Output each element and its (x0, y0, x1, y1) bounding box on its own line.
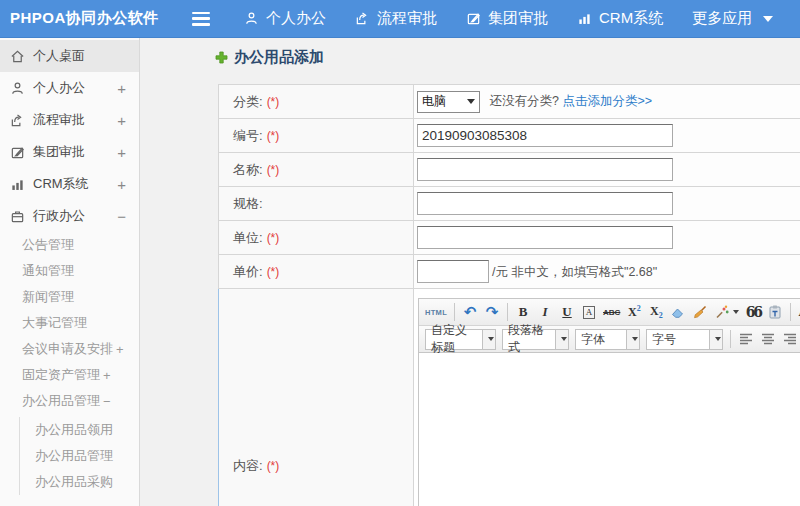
dropdown-caret-icon (561, 337, 567, 341)
sidebar-item-announcement-mgmt[interactable]: 公告管理 (0, 232, 139, 258)
required-mark: (*) (267, 129, 280, 143)
price-format-hint: /元 非中文，如填写格式"2.68" (492, 265, 657, 279)
sidebar-item-personal-office[interactable]: 个人办公 + (0, 72, 139, 104)
sidebar-item-personal-desktop[interactable]: 个人桌面 (0, 40, 139, 72)
align-left-icon (738, 332, 754, 346)
field-label: 分类: (233, 94, 263, 109)
field-label: 单位: (233, 230, 263, 245)
subscript-button[interactable]: X2 (646, 302, 666, 323)
sidebar-item-supplies-manage[interactable]: 办公用品管理 (35, 443, 139, 469)
strikethrough-button[interactable]: ABC (601, 302, 622, 323)
form-row-code: 编号:(*) (219, 119, 800, 153)
font-family-select[interactable]: 字体 (575, 329, 640, 350)
sidebar-item-fixed-assets-mgmt[interactable]: 固定资产管理+ (0, 362, 139, 388)
user-icon (10, 81, 25, 96)
user-icon (244, 11, 259, 26)
eraser-button[interactable] (668, 302, 688, 323)
expand-icon: + (103, 368, 111, 383)
form-row-content: 内容:(*) HTML ↶ ↷ B I U A ABC X2 (219, 289, 800, 506)
field-label: 名称: (233, 162, 263, 177)
sidebar-item-notice-mgmt[interactable]: 通知管理 (0, 258, 139, 284)
main-content: 办公用品添加 分类:(*) 电脑 还没有分类? 点击添加分类>> 编号:(*) … (140, 38, 800, 506)
nav-workflow-approval[interactable]: 流程审批 (355, 9, 437, 28)
flow-icon (355, 11, 370, 26)
align-center-icon (760, 332, 776, 346)
html-source-button[interactable]: HTML (423, 302, 449, 323)
field-label: 单价: (233, 264, 263, 279)
bar-chart-icon (10, 177, 25, 192)
expand-icon: + (117, 176, 126, 193)
unit-input[interactable] (417, 226, 673, 249)
dropdown-caret-icon (488, 337, 494, 341)
align-left-button[interactable] (736, 329, 756, 350)
custom-heading-select[interactable]: 自定义标题 (425, 329, 496, 350)
required-mark: (*) (267, 163, 280, 177)
expand-icon: + (116, 342, 124, 357)
sidebar-item-supplies-purchase[interactable]: 办公用品采购 (35, 469, 139, 495)
select-arrow-icon (467, 99, 475, 104)
blockquote-button[interactable]: 66 (743, 302, 763, 323)
auto-typeset-button[interactable] (712, 302, 741, 323)
form-row-price: 单价:(*) /元 非中文，如填写格式"2.68" (219, 255, 800, 289)
sidebar-item-memorabilia-mgmt[interactable]: 大事记管理 (0, 310, 139, 336)
format-brush-button[interactable] (690, 302, 710, 323)
menu-toggle-icon[interactable] (192, 12, 210, 26)
expand-icon: + (117, 80, 126, 97)
sidebar-item-crm-system[interactable]: CRM系统 + (0, 168, 139, 200)
collapse-icon: − (117, 208, 126, 225)
italic-button[interactable]: I (535, 302, 555, 323)
field-label: 内容: (233, 458, 263, 473)
dropdown-caret-icon (733, 310, 739, 314)
collapse-icon: − (103, 394, 111, 409)
sidebar-item-admin-office[interactable]: 行政办公 − (0, 200, 139, 232)
sidebar-item-supplies-requisition[interactable]: 办公用品领用 (35, 417, 139, 443)
align-right-button[interactable] (780, 329, 800, 350)
add-icon (215, 51, 228, 64)
name-input[interactable] (417, 158, 673, 181)
font-color-button[interactable]: A (796, 302, 800, 323)
undo-button[interactable]: ↶ (460, 302, 480, 323)
undo-icon: ↶ (464, 303, 477, 321)
nav-group-approval[interactable]: 集团审批 (466, 9, 548, 28)
underline-button[interactable]: U (557, 302, 577, 323)
dropdown-caret-icon (715, 337, 721, 341)
form-row-category: 分类:(*) 电脑 还没有分类? 点击添加分类>> (219, 85, 800, 119)
bold-button[interactable]: B (513, 302, 533, 323)
font-size-select[interactable]: 字号 (646, 329, 723, 350)
top-navigation-bar: PHPOA协同办公软件 个人办公 流程审批 集团审批 CRM系统 更多应用 (0, 0, 800, 38)
redo-button[interactable]: ↷ (482, 302, 502, 323)
spec-input[interactable] (417, 192, 673, 215)
flow-icon (10, 113, 25, 128)
edit-icon (466, 11, 481, 26)
dropdown-caret-icon (632, 337, 638, 341)
briefcase-icon (10, 209, 25, 224)
boxed-a-button[interactable]: A (579, 302, 599, 323)
bar-chart-icon (577, 11, 592, 26)
sidebar-item-meeting-request[interactable]: 会议申请及安排+ (0, 336, 139, 362)
eraser-icon (670, 304, 686, 320)
sidebar-item-group-approval[interactable]: 集团审批 + (0, 136, 139, 168)
paste-text-button[interactable] (765, 302, 785, 323)
magic-wand-icon (714, 304, 730, 320)
editor-content-area[interactable] (419, 353, 800, 506)
sidebar-item-office-supplies-mgmt[interactable]: 办公用品管理− (0, 388, 139, 414)
required-mark: (*) (267, 459, 280, 473)
page-title: 办公用品添加 (215, 48, 324, 67)
add-category-link[interactable]: 点击添加分类>> (562, 94, 652, 108)
sidebar-item-workflow-approval[interactable]: 流程审批 + (0, 104, 139, 136)
code-input[interactable] (417, 124, 673, 147)
price-input[interactable] (417, 260, 489, 283)
nav-personal-office[interactable]: 个人办公 (244, 9, 326, 28)
editor-toolbar-row2: 自定义标题 段落格式 字体 字号 ∞ (419, 326, 800, 353)
form-row-unit: 单位:(*) (219, 221, 800, 255)
rich-text-editor: HTML ↶ ↷ B I U A ABC X2 X2 (418, 298, 800, 506)
superscript-button[interactable]: X2 (624, 302, 644, 323)
nav-crm-system[interactable]: CRM系统 (577, 9, 663, 28)
align-center-button[interactable] (758, 329, 778, 350)
office-supply-add-form: 分类:(*) 电脑 还没有分类? 点击添加分类>> 编号:(*) 名称:(*) … (218, 84, 800, 506)
redo-icon: ↷ (486, 303, 499, 321)
paragraph-format-select[interactable]: 段落格式 (502, 329, 569, 350)
nav-more-apps[interactable]: 更多应用 (692, 9, 773, 28)
category-select[interactable]: 电脑 (417, 91, 480, 113)
sidebar-item-news-mgmt[interactable]: 新闻管理 (0, 284, 139, 310)
